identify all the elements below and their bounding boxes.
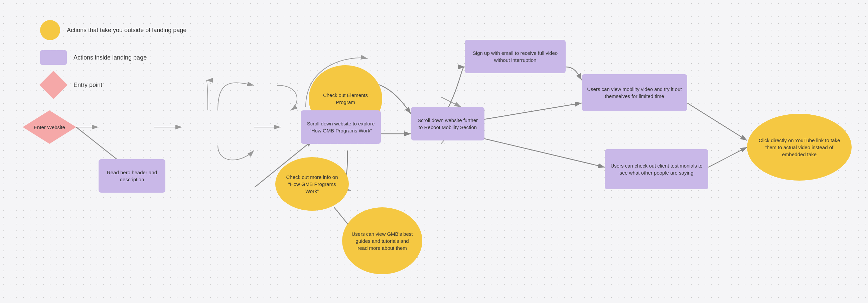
view-mobility-video-node: Users can view mobility video and try it…	[582, 74, 687, 111]
sign-up-email-label: Sign up with email to receive full video…	[470, 50, 560, 63]
diagram: Actions that take you outside of landing…	[0, 0, 868, 303]
legend-rect-item: Actions inside landing page	[40, 50, 186, 65]
client-testimonials-label: Users can check out client testimonials …	[610, 162, 703, 176]
check-more-info-label: Check out more info on "How GMB Programs…	[282, 173, 342, 195]
arrow-scroll-explore-to-check-elements	[218, 83, 254, 110]
client-testimonials-node: Users can check out client testimonials …	[605, 149, 708, 189]
gmb-guides-label: Users can view GMB's best guides and tut…	[350, 230, 414, 251]
arr-signup-viewvideo	[566, 67, 582, 80]
arrow-scroll-explore-to-check-more	[218, 145, 254, 160]
legend-circle-item: Actions that take you outside of landing…	[40, 20, 186, 40]
scroll-explore-label: Scroll down website to explore "How GMB …	[306, 120, 375, 134]
legend-rect-icon	[40, 50, 67, 65]
scroll-mobility-label: Scroll down website further to Reboot Mo…	[416, 117, 479, 131]
check-more-info-node: Check out more info on "How GMB Programs…	[275, 157, 349, 211]
legend-circle-icon	[40, 20, 60, 40]
view-mobility-video-label: Users can view mobility video and try it…	[587, 86, 682, 100]
legend-circle-label: Actions that take you outside of landing…	[67, 27, 186, 34]
legend-diamond-label: Entry point	[73, 82, 102, 89]
arrow-elements-to-scroll-mobility	[277, 85, 297, 110]
enter-website-label: Enter Website	[34, 124, 65, 131]
scroll-mobility-node: Scroll down website further to Reboot Mo…	[411, 107, 485, 140]
legend: Actions that take you outside of landing…	[40, 20, 186, 105]
sign-up-email-node: Sign up with email to receive full video…	[465, 40, 566, 73]
arrow-scroll-to-elements-up	[206, 80, 208, 110]
scroll-explore-node: Scroll down website to explore "How GMB …	[301, 110, 381, 144]
arr-testimonials-youtube	[708, 147, 747, 167]
arr-viewvideo-youtube	[687, 103, 747, 140]
legend-diamond-icon	[39, 71, 68, 99]
arr-scrollmobility-viewvideo	[478, 103, 582, 120]
arrow-mobility-video-to-youtube	[441, 97, 461, 107]
check-elements-label: Check out Elements Program	[315, 92, 375, 106]
read-hero-node: Read hero header and description	[99, 159, 165, 193]
youtube-link-label: Click directly on YouTube link to take t…	[755, 137, 844, 158]
arr-scrollmobility-testimonials	[478, 137, 605, 167]
enter-website-node: Enter Website	[23, 110, 76, 144]
legend-rect-label: Actions inside landing page	[73, 54, 147, 61]
read-hero-label: Read hero header and description	[104, 169, 160, 183]
youtube-link-node: Click directly on YouTube link to take t…	[747, 114, 851, 181]
gmb-guides-node: Users can view GMB's best guides and tut…	[342, 208, 422, 274]
legend-diamond-item: Entry point	[40, 75, 186, 95]
